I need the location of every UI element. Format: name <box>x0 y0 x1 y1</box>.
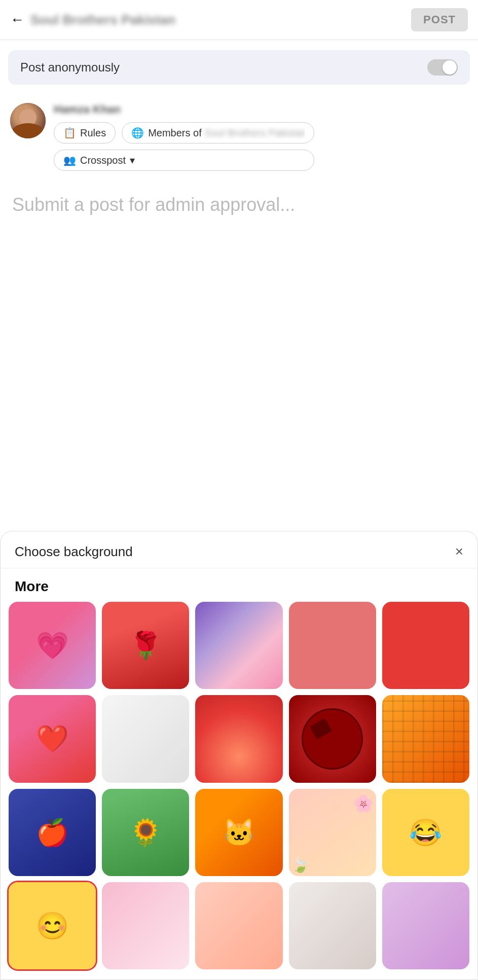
anonymous-toggle-row: Post anonymously <box>8 50 470 85</box>
username: Hamza Khan <box>54 103 314 116</box>
header-left: ← Soul Brothers Pakistan <box>10 12 175 28</box>
background-grid: 💗 🌹 ❤️ 🍎 🌻 🐱 <box>1 602 477 969</box>
waffle-pattern-bg <box>382 695 469 782</box>
bg-item-floral[interactable] <box>289 789 376 876</box>
crosspost-label: Crosspost <box>80 155 126 166</box>
rose-emoji: 🌹 <box>129 632 162 659</box>
bg-item-rose[interactable]: 🌹 <box>102 602 189 689</box>
bg-item-lavender[interactable] <box>382 882 469 969</box>
post-input-area[interactable]: Submit a post for admin approval... <box>0 179 478 231</box>
bg-item-cat[interactable]: 🐱 <box>195 789 282 876</box>
bg-item-smile[interactable]: 😊 <box>9 882 96 969</box>
bg-item-heart-red[interactable]: ❤️ <box>9 695 96 782</box>
avatar-image <box>10 103 46 138</box>
close-panel-button[interactable]: × <box>455 543 463 560</box>
user-row: Hamza Khan 📋 Rules 🌐 Members of Soul Bro… <box>0 95 478 179</box>
app-header: ← Soul Brothers Pakistan POST <box>0 0 478 40</box>
bg-section-title: More <box>1 568 477 602</box>
bg-item-solid-pink[interactable] <box>289 602 376 689</box>
bg-panel-header: Choose background × <box>1 531 477 568</box>
bg-item-laugh[interactable]: 😂 <box>382 789 469 876</box>
members-icon: 🌐 <box>131 127 144 139</box>
bg-item-hearts[interactable]: 💗 <box>9 602 96 689</box>
members-button[interactable]: 🌐 Members of Soul Brothers Pakistan <box>122 122 314 143</box>
crosspost-icon: 👥 <box>63 154 76 166</box>
members-text: Members of Soul Brothers Pakistan <box>148 127 305 139</box>
members-group-name: Soul Brothers Pakistan <box>204 127 305 138</box>
back-button[interactable]: ← <box>10 12 24 28</box>
sunflower-emoji: 🌻 <box>129 819 162 846</box>
bg-item-skin[interactable] <box>289 882 376 969</box>
rules-button[interactable]: 📋 Rules <box>54 122 116 143</box>
toggle-knob <box>443 60 457 75</box>
bg-item-apple[interactable]: 🍎 <box>9 789 96 876</box>
post-button[interactable]: POST <box>411 8 468 31</box>
floral-bg-design <box>289 789 376 876</box>
members-prefix: Members of <box>148 127 202 138</box>
smile-emoji: 😊 <box>36 913 69 939</box>
cat-emoji: 🐱 <box>223 819 255 846</box>
laugh-emoji: 😂 <box>409 819 442 846</box>
choose-background-panel: Choose background × More 💗 🌹 ❤️ 🍎 <box>0 531 478 980</box>
bg-item-pink2[interactable] <box>102 882 189 969</box>
anonymous-label: Post anonymously <box>20 60 120 75</box>
bg-item-peach[interactable] <box>195 882 282 969</box>
header-title: Soul Brothers Pakistan <box>30 12 175 28</box>
rules-icon: 📋 <box>63 127 76 139</box>
apple-emoji: 🍎 <box>36 819 69 846</box>
bg-item-solid-red[interactable] <box>382 602 469 689</box>
action-buttons-row: 📋 Rules 🌐 Members of Soul Brothers Pakis… <box>54 122 314 143</box>
user-info: Hamza Khan 📋 Rules 🌐 Members of Soul Bro… <box>54 103 314 171</box>
avatar <box>10 103 46 138</box>
bg-item-waffle[interactable] <box>382 695 469 782</box>
bg-panel-title: Choose background <box>15 544 133 560</box>
heart-red-emoji: ❤️ <box>36 725 69 752</box>
bg-item-football[interactable] <box>289 695 376 782</box>
football-ball-icon <box>302 708 363 770</box>
crosspost-chevron-icon: ▾ <box>130 154 135 166</box>
hearts-emoji: 💗 <box>36 632 69 659</box>
bg-item-purple-abstract[interactable] <box>195 602 282 689</box>
crosspost-button[interactable]: 👥 Crosspost ▾ <box>54 150 314 171</box>
rules-label: Rules <box>80 127 106 139</box>
anonymous-toggle[interactable] <box>427 59 458 76</box>
bg-item-sunset[interactable] <box>195 695 282 782</box>
purple-abstract-bg <box>195 602 282 689</box>
bg-item-sunflower[interactable]: 🌻 <box>102 789 189 876</box>
bg-item-grey-gradient[interactable] <box>102 695 189 782</box>
